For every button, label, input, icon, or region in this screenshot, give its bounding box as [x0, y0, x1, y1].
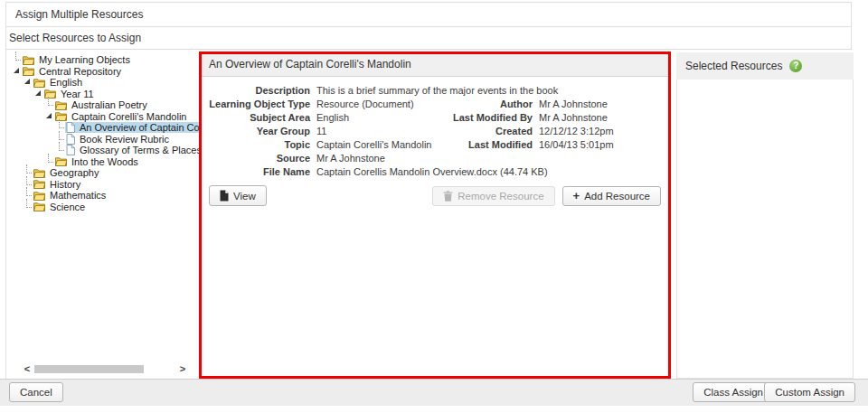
- field-value: This is a brief summary of the major eve…: [316, 85, 661, 97]
- field-value: 11: [316, 126, 432, 137]
- resource-detail-title: An Overview of Captain Corelli's Mandoli…: [202, 54, 668, 77]
- resource-detail-actions: View Remove Resource + Add Resource: [202, 178, 668, 206]
- tree-item-label: Geography: [48, 167, 100, 178]
- tree-item[interactable]: Year 11: [6, 89, 199, 100]
- field-value: 16/04/13 5:01pm: [539, 139, 661, 151]
- horizontal-scrollbar[interactable]: < >: [6, 363, 197, 375]
- field-label: Description: [209, 85, 310, 97]
- tree-item-label: Mathematics: [48, 190, 108, 201]
- folder-icon: [33, 191, 45, 201]
- scroll-right-icon[interactable]: >: [177, 363, 188, 375]
- scroll-left-icon[interactable]: <: [22, 363, 33, 375]
- field-label: Author: [439, 99, 533, 110]
- field-label: Last Modified By: [439, 112, 533, 124]
- tree-item[interactable]: Captain Corelli's Mandolin: [6, 111, 199, 123]
- footer-bar: Cancel Class Assign Custom Assign: [0, 379, 868, 406]
- folder-icon: [23, 55, 34, 65]
- tree-expander-icon[interactable]: [44, 157, 54, 166]
- tree-item-label: My Learning Objects: [37, 54, 132, 65]
- folder-icon: [33, 202, 45, 211]
- tree-item-label: Science: [48, 202, 87, 212]
- tree-expander-icon[interactable]: [12, 67, 22, 76]
- tree-item[interactable]: Mathematics: [6, 190, 199, 202]
- resource-detail-fields: DescriptionThis is a brief summary of th…: [202, 77, 668, 178]
- field-value: Mr A Johnstone: [539, 112, 661, 124]
- field-value: Mr A Johnstone: [316, 153, 661, 164]
- field-value: 12/12/12 3:12pm: [539, 126, 661, 137]
- field-label: File Name: [209, 166, 310, 178]
- tree-item[interactable]: Science: [6, 202, 199, 213]
- tree-item-label: English: [48, 77, 84, 88]
- tree-item-label: Glossary of Terms & Places: [78, 145, 199, 155]
- resource-tree-panel: My Learning Objects Central Repository E…: [5, 50, 199, 379]
- plus-icon: +: [573, 192, 580, 201]
- resource-detail-panel: An Overview of Captain Corelli's Mandoli…: [199, 52, 671, 379]
- field-value: Resource (Document): [316, 99, 432, 110]
- tree-item[interactable]: My Learning Objects: [6, 54, 199, 66]
- custom-assign-button[interactable]: Custom Assign: [764, 382, 855, 402]
- tree-item-label: Year 11: [59, 89, 96, 99]
- view-document-icon: [220, 190, 229, 202]
- tree-expander-icon[interactable]: [44, 112, 54, 121]
- document-icon: [66, 145, 75, 155]
- tree-expander-icon[interactable]: [33, 89, 43, 99]
- selected-resources-header: Selected Resources ?: [676, 52, 854, 80]
- cancel-button[interactable]: Cancel: [9, 382, 63, 402]
- class-assign-button[interactable]: Class Assign: [693, 382, 774, 402]
- tree-item-label: History: [48, 179, 82, 190]
- tree-item[interactable]: Book Review Rubric: [6, 134, 199, 145]
- selected-resources-list: [676, 80, 854, 379]
- selected-resources-title: Selected Resources: [685, 60, 782, 72]
- tree-item[interactable]: History: [6, 179, 199, 191]
- tree-item[interactable]: Geography: [6, 167, 199, 179]
- help-icon[interactable]: ?: [789, 60, 802, 72]
- tree-item[interactable]: Glossary of Terms & Places: [6, 145, 199, 156]
- tree-item-label: Into the Woods: [70, 156, 140, 167]
- tree-item[interactable]: English: [6, 77, 199, 89]
- remove-resource-button[interactable]: Remove Resource: [432, 186, 554, 206]
- document-icon: [66, 122, 75, 133]
- field-label: Subject Area: [209, 112, 310, 124]
- tree-item-label: Captain Corelli's Mandolin: [70, 111, 188, 122]
- tree-expander-icon[interactable]: [55, 145, 65, 155]
- folder-icon: [33, 168, 45, 178]
- horizontal-scrollbar-thumb[interactable]: [34, 365, 144, 373]
- resource-tree: My Learning Objects Central Repository E…: [6, 50, 199, 212]
- tree-expander-icon[interactable]: [44, 100, 54, 109]
- folder-icon: [33, 78, 45, 88]
- folder-icon: [23, 66, 34, 76]
- tree-item-label: Book Review Rubric: [78, 134, 171, 145]
- folder-icon: [33, 179, 45, 189]
- field-value: Captain Corellis Mandolin Overview.docx …: [316, 166, 661, 178]
- tree-expander-icon[interactable]: [12, 55, 22, 64]
- view-button[interactable]: View: [209, 185, 267, 206]
- add-resource-button[interactable]: + Add Resource: [562, 186, 661, 206]
- tree-expander-icon[interactable]: [23, 202, 33, 211]
- folder-icon: [55, 156, 67, 166]
- field-label: Last Modified: [439, 139, 533, 151]
- trash-icon: [443, 191, 453, 202]
- tree-item[interactable]: Central Repository: [6, 66, 199, 78]
- field-label: Created: [439, 126, 533, 137]
- tree-item-label: Australian Poetry: [70, 99, 149, 110]
- field-label: Source: [209, 153, 310, 164]
- document-icon: [66, 134, 75, 145]
- field-value: Captain Corelli's Mandolin: [316, 139, 432, 151]
- dialog-title: Assign Multiple Resources: [5, 2, 852, 27]
- tree-item[interactable]: Into the Woods: [6, 156, 199, 168]
- folder-icon: [55, 100, 67, 110]
- tree-item-label: Central Repository: [37, 66, 123, 77]
- field-label: Topic: [209, 139, 310, 151]
- tree-item-label: An Overview of Captain Corelli's Mandoli…: [78, 122, 199, 133]
- tree-item[interactable]: An Overview of Captain Corelli's Mandoli…: [6, 122, 199, 134]
- field-label: Learning Object Type: [209, 99, 310, 110]
- tree-expander-icon[interactable]: [23, 78, 33, 87]
- field-value: Mr A Johnstone: [539, 99, 661, 110]
- tree-item[interactable]: Australian Poetry: [6, 99, 199, 111]
- section-title: Select Resources to Assign: [5, 27, 852, 50]
- field-value: English: [316, 112, 432, 124]
- field-label: Year Group: [209, 126, 310, 137]
